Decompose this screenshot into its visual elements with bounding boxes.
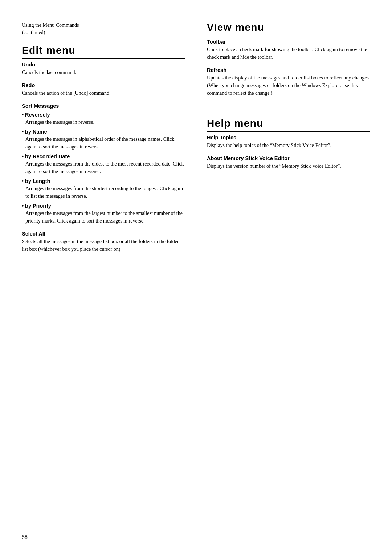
redo-desc: Cancels the action of the [Undo] command… [22,89,185,97]
about-desc: Displays the version number of the “Memo… [207,162,370,170]
refresh-entry: Refresh Updates the display of the messa… [207,64,370,100]
by-length-desc: Arranges the messages from the shortest … [25,185,185,200]
sort-reversely: Reversely Arranges the messages in rever… [22,110,185,127]
help-topics-title: Help Topics [207,135,370,140]
edit-menu-title: Edit menu [22,45,185,56]
select-all-title: Select All [22,231,185,237]
two-column-layout: Using the Menu Commands (continued) Edit… [0,0,392,256]
by-length-title: by Length [22,178,185,184]
breadcrumb: Using the Menu Commands (continued) [22,22,185,36]
help-topics-desc: Displays the help topics of the “Memory … [207,142,370,149]
undo-desc: Cancels the last command. [22,69,185,76]
breadcrumb-line1: Using the Menu Commands [22,23,79,28]
redo-title: Redo [22,82,185,88]
sort-by-recorded-date: by Recorded Date Arranges the messages f… [22,152,185,177]
toolbar-desc: Click to place a check mark for showing … [207,46,370,61]
about-entry: About Memory Stick Voice Editor Displays… [207,152,370,173]
left-column: Using the Menu Commands (continued) Edit… [22,22,185,256]
reversely-desc: Arranges the messages in reverse. [25,118,185,126]
view-menu-title: View menu [207,22,370,33]
undo-title: Undo [22,62,185,68]
page-container: Using the Menu Commands (continued) Edit… [0,0,392,555]
by-priority-desc: Arranges the messages from the largest n… [25,209,185,225]
sort-messages-block: Sort Messages Reversely Arranges the mes… [22,100,185,228]
refresh-desc: Updates the display of the messages and … [207,74,370,97]
sort-by-name: by Name Arranges the messages in alphabe… [22,127,185,152]
by-name-desc: Arranges the messages in alphabetical or… [25,135,185,151]
help-menu-section: Help menu Help Topics Displays the help … [207,118,370,173]
refresh-title: Refresh [207,67,370,73]
page-number: 58 [22,534,28,540]
by-recorded-date-title: by Recorded Date [22,154,185,159]
reversely-title: Reversely [22,112,185,118]
right-column: View menu Toolbar Click to place a check… [207,22,370,256]
sort-by-length: by Length Arranges the messages from the… [22,177,185,201]
toolbar-entry: Toolbar Click to place a check mark for … [207,36,370,64]
help-menu-title: Help menu [207,118,370,129]
help-topics-entry: Help Topics Displays the help topics of … [207,132,370,152]
select-all-desc: Selects all the messages in the message … [22,238,185,253]
toolbar-title: Toolbar [207,39,370,45]
select-all-entry: Select All Selects all the messages in t… [22,228,185,256]
breadcrumb-line2: (continued) [22,30,45,35]
by-recorded-date-desc: Arranges the messages from the oldest to… [25,160,185,175]
sort-messages-title: Sort Messages [22,103,185,109]
by-priority-title: by Priority [22,203,185,209]
undo-entry: Undo Cancels the last command. [22,59,185,79]
about-title: About Memory Stick Voice Editor [207,155,370,161]
by-name-title: by Name [22,129,185,135]
redo-entry: Redo Cancels the action of the [Undo] co… [22,79,185,100]
sort-by-priority: by Priority Arranges the messages from t… [22,201,185,228]
